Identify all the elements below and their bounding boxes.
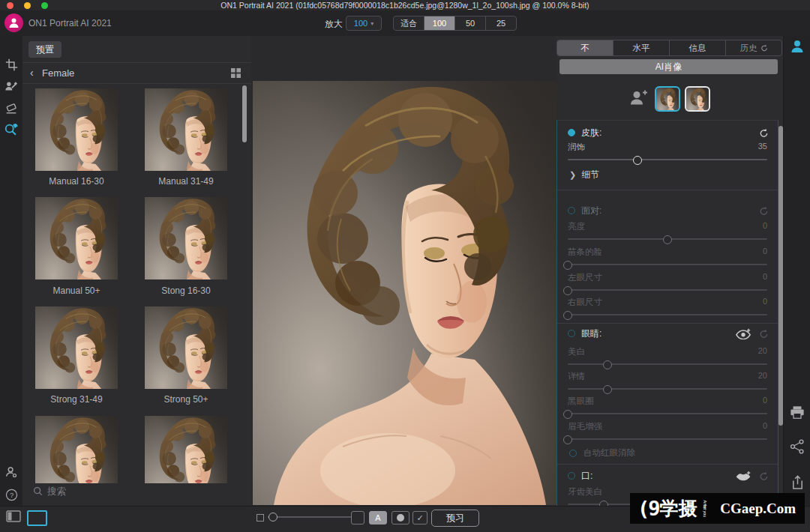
- browse-mode-icon[interactable]: [27, 510, 47, 526]
- search-placeholder: 搜索: [47, 486, 66, 498]
- on1-portrait-ai-window: ON1 Portrait AI 2021 (01fdc05768d79f0000…: [0, 0, 810, 532]
- share-icon[interactable]: [790, 439, 805, 454]
- face-thumbnail[interactable]: [686, 88, 709, 110]
- view-checked-button[interactable]: ✓: [412, 511, 428, 525]
- whiten-slider-track[interactable]: [568, 360, 767, 369]
- tab-history[interactable]: 历史: [726, 40, 782, 55]
- canvas-zoom-slider-handle[interactable]: [268, 513, 278, 522]
- add-face-icon[interactable]: [628, 89, 649, 109]
- help-icon[interactable]: ?: [4, 487, 19, 502]
- eyes-enable-toggle[interactable]: [568, 330, 575, 337]
- preset-thumbnail[interactable]: [35, 197, 118, 279]
- right-eye-size-slider-handle[interactable]: [563, 311, 572, 320]
- preset-thumbnail[interactable]: [35, 88, 118, 171]
- preset-label: Manual 16-30: [35, 176, 118, 187]
- retouch-slider-track[interactable]: [568, 155, 767, 164]
- eraser-tool-icon[interactable]: [4, 100, 19, 115]
- chevron-right-icon: ❯: [569, 170, 576, 180]
- crop-tool-icon[interactable]: [4, 57, 19, 72]
- zoom-25-button[interactable]: 25: [486, 16, 516, 30]
- account-icon[interactable]: [4, 465, 19, 480]
- watermark-site: CGaep.Com: [720, 501, 796, 517]
- portrait-face-icon[interactable]: [790, 39, 805, 54]
- eyes-reset-icon[interactable]: [759, 329, 769, 339]
- export-icon[interactable]: [790, 474, 805, 489]
- presets-scrollbar[interactable]: [242, 85, 247, 142]
- view-compare-button[interactable]: A: [369, 511, 387, 525]
- zoom-level-dropdown[interactable]: 100 ▾: [346, 16, 382, 31]
- auto-redeye-checkbox[interactable]: [569, 450, 577, 457]
- left-eye-size-slider-track[interactable]: [568, 285, 767, 294]
- right-eye-size-slider-track[interactable]: [568, 310, 767, 319]
- preset-search[interactable]: 搜索: [33, 486, 66, 498]
- eyebrow-enhance-slider-track[interactable]: [568, 435, 767, 444]
- skin-details-expander[interactable]: ❯ 细节: [569, 169, 599, 181]
- auto-redeye-checkbox-row: 自动红眼消除: [569, 447, 635, 459]
- section-face-title: 面对:: [581, 205, 602, 217]
- preset-thumbnail[interactable]: [35, 306, 118, 389]
- detail-slider-handle[interactable]: [603, 385, 612, 394]
- zoom-50-button[interactable]: 50: [455, 16, 486, 30]
- preset-thumbnail[interactable]: [145, 306, 227, 389]
- detail-slider-track[interactable]: [568, 384, 767, 393]
- preset-category-row[interactable]: ‹ Female: [22, 62, 251, 84]
- face-reset-icon[interactable]: [759, 206, 769, 216]
- tab-info[interactable]: 信息: [670, 40, 726, 55]
- canvas-area[interactable]: [251, 36, 556, 506]
- toggle-left-panel-icon[interactable]: [6, 510, 21, 522]
- left-eye-size-slider-handle[interactable]: [563, 286, 572, 295]
- preset-thumbnail[interactable]: [145, 416, 227, 483]
- presets-tab[interactable]: 预置: [28, 41, 62, 58]
- zoom-preset-group: 适合 100 50 25: [393, 16, 517, 31]
- slim-face-slider-handle[interactable]: [563, 261, 572, 270]
- preset-thumbnail[interactable]: [145, 88, 227, 171]
- whiten-slider-handle[interactable]: [603, 360, 612, 369]
- zoom-100-button[interactable]: 100: [424, 16, 455, 30]
- watermark-logo-mono: (9: [638, 497, 659, 520]
- fit-button[interactable]: 适合: [394, 16, 424, 30]
- preset-thumbnail[interactable]: [35, 416, 118, 483]
- tab-levels[interactable]: 水平: [614, 40, 670, 55]
- skin-reset-icon[interactable]: [759, 128, 769, 138]
- face-enable-toggle[interactable]: [568, 207, 575, 214]
- grid-view-icon[interactable]: [231, 67, 241, 81]
- slider-right-eye-size: 右眼尺寸0: [568, 297, 767, 321]
- skin-enable-toggle[interactable]: [568, 129, 575, 136]
- eye-add-icon[interactable]: [735, 328, 752, 339]
- preview-button[interactable]: 预习: [431, 510, 479, 527]
- history-undo-icon: [760, 44, 768, 52]
- retouch-slider-handle[interactable]: [633, 156, 642, 165]
- ai-portrait-button[interactable]: AI肖像: [560, 59, 778, 74]
- watermark-brand: 学摄: [660, 496, 698, 521]
- dark-circles-slider-handle[interactable]: [563, 410, 572, 419]
- retouch-brush-tool-icon[interactable]: [4, 79, 19, 94]
- zoom-out-icon[interactable]: [256, 514, 264, 522]
- preset-thumbnail[interactable]: [145, 197, 227, 279]
- section-face-header: 面对:: [568, 205, 769, 217]
- app-name: ON1 Portrait AI 2021: [28, 18, 112, 28]
- canvas-zoom-slider-track[interactable]: [268, 516, 352, 518]
- view-mask-button[interactable]: [392, 511, 410, 525]
- mouth-reset-icon[interactable]: [759, 471, 769, 481]
- section-mouth-title: 口:: [581, 470, 592, 483]
- dark-circles-slider-track[interactable]: [568, 409, 767, 418]
- window-title: ON1 Portrait AI 2021 (01fdc05768d79f0000…: [0, 1, 810, 10]
- brightness-slider-track[interactable]: [568, 235, 767, 244]
- eyebrow-enhance-slider-handle[interactable]: [563, 435, 572, 444]
- mouth-enable-toggle[interactable]: [568, 472, 575, 480]
- detected-faces-row: [556, 79, 781, 118]
- print-icon[interactable]: [790, 405, 805, 420]
- face-thumbnail-selected[interactable]: [656, 88, 679, 110]
- lips-add-icon[interactable]: [735, 471, 752, 481]
- tab-none[interactable]: 不: [557, 40, 614, 55]
- mask-circle-icon: [396, 513, 405, 522]
- view-original-button[interactable]: [351, 511, 364, 525]
- watermark: (9 学摄 Artist for you CGaep.Com: [630, 493, 805, 524]
- titlebar: ON1 Portrait AI 2021 (01fdc05768d79f0000…: [0, 0, 810, 10]
- slider-dark-circles: 黑眼圈0: [568, 396, 767, 420]
- back-chevron-icon[interactable]: ‹: [30, 67, 34, 79]
- photo-portrait[interactable]: [253, 81, 556, 505]
- brightness-slider-handle[interactable]: [663, 235, 672, 244]
- zoom-pan-tool-icon[interactable]: [4, 122, 19, 137]
- slim-face-slider-track[interactable]: [568, 260, 767, 269]
